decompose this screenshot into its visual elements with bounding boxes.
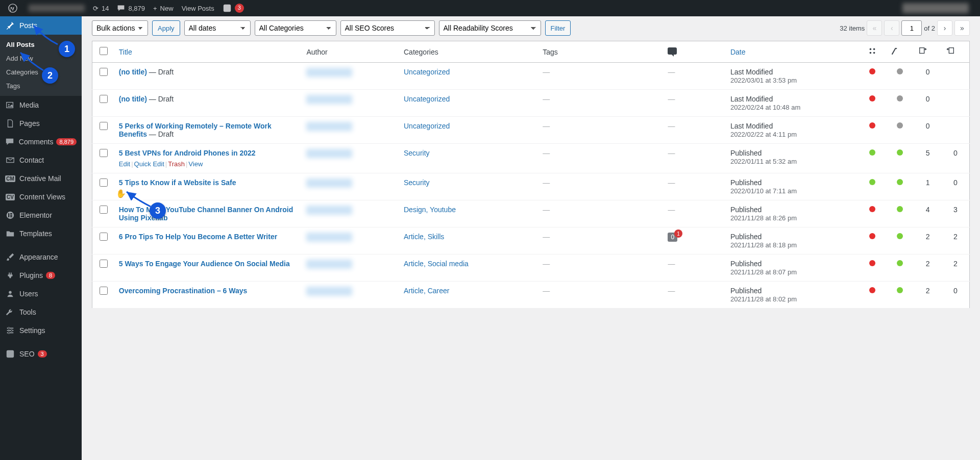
category-link[interactable]: Article, Social media <box>404 260 469 268</box>
submenu-tags[interactable]: Tags <box>0 79 82 93</box>
menu-content-views[interactable]: CVContent Views <box>0 188 82 206</box>
col-internal-links <box>942 41 970 63</box>
menu-users[interactable]: Users <box>0 285 82 303</box>
tags-value: — <box>543 178 550 187</box>
outgoing-links-count: 4 <box>926 206 930 214</box>
post-title-link[interactable]: 5 Best VPNs for Android Phones in 2022 <box>119 149 256 157</box>
menu-elementor[interactable]: Elementor <box>0 206 82 224</box>
prev-page[interactable]: ‹ <box>884 20 899 36</box>
col-comments[interactable] <box>664 41 726 63</box>
pin-icon <box>5 20 15 31</box>
category-link[interactable]: Security <box>404 149 430 157</box>
seo-score-dot <box>869 122 875 129</box>
cv-icon: CV <box>5 192 15 202</box>
filter-readability[interactable]: All Readability Scores <box>439 20 541 36</box>
row-checkbox[interactable] <box>100 149 108 157</box>
col-seo <box>859 41 886 63</box>
table-row: (no title) — DraftUncategorized——Last Mo… <box>92 63 970 90</box>
post-title-link[interactable]: 5 Tips to Know if a Website is Safe <box>119 178 236 187</box>
menu-creative-mail[interactable]: CMCreative Mail <box>0 169 82 188</box>
row-checkbox[interactable] <box>100 178 108 187</box>
table-row: 5 Best VPNs for Android Phones in 2022Ed… <box>92 144 970 173</box>
bulk-actions-select[interactable]: Bulk actions <box>92 20 148 36</box>
date-value: 2022/01/11 at 5:32 am <box>730 158 797 165</box>
filter-seo[interactable]: All SEO Scores <box>340 20 435 36</box>
author-blurred <box>306 287 352 296</box>
quick-edit-link[interactable]: Quick Edit <box>134 160 164 168</box>
category-link[interactable]: Uncategorized <box>404 68 450 76</box>
comments-value: — <box>668 260 675 268</box>
total-pages: of 2 <box>924 24 935 32</box>
category-link[interactable]: Uncategorized <box>404 122 450 130</box>
tags-value: — <box>543 206 550 214</box>
row-checkbox[interactable] <box>100 95 108 103</box>
current-page-input[interactable] <box>901 20 922 36</box>
apply-button[interactable]: Apply <box>152 20 180 36</box>
category-link[interactable]: Article, Skills <box>404 233 444 241</box>
admin-bar: ⟳14 8,879 +New View Posts 3 <box>0 0 980 16</box>
yoast-notifications[interactable]: 3 <box>218 0 248 16</box>
filter-categories[interactable]: All Categories <box>255 20 336 36</box>
internal-links-count: 0 <box>953 287 958 295</box>
annotation-2: 2 <box>42 67 58 84</box>
svg-point-19 <box>873 48 875 50</box>
row-checkbox[interactable] <box>100 68 108 76</box>
row-checkbox[interactable] <box>100 233 108 241</box>
menu-pages[interactable]: Pages <box>0 114 82 133</box>
edit-link[interactable]: Edit <box>119 160 130 168</box>
select-all-checkbox[interactable] <box>100 47 108 55</box>
post-title-link[interactable]: (no title) <box>119 68 147 76</box>
date-value: 2021/11/28 at 8:07 pm <box>730 268 797 276</box>
filter-button[interactable]: Filter <box>545 20 571 36</box>
view-link[interactable]: View <box>188 160 203 168</box>
post-state: — Draft <box>147 68 174 76</box>
last-page[interactable]: » <box>954 20 970 36</box>
category-link[interactable]: Security <box>404 178 430 187</box>
row-checkbox[interactable] <box>100 287 108 295</box>
view-posts[interactable]: View Posts <box>178 0 218 16</box>
user-icon <box>5 289 15 299</box>
category-link[interactable]: Uncategorized <box>404 95 450 103</box>
table-row: (no title) — DraftUncategorized——Last Mo… <box>92 90 970 117</box>
seo-score-dot <box>869 287 875 293</box>
wp-logo[interactable] <box>4 0 24 16</box>
comment-icon <box>5 137 15 147</box>
post-title-link[interactable]: 5 Ways To Engage Your Audience On Social… <box>119 260 290 268</box>
post-state: — Draft <box>147 130 174 138</box>
svg-rect-8 <box>10 215 12 216</box>
category-link[interactable]: Design, Youtube <box>404 206 456 214</box>
annotation-3: 3 <box>150 202 166 219</box>
post-title-link[interactable]: Overcoming Procrastination – 6 Ways <box>119 287 248 295</box>
menu-plugins[interactable]: Plugins8 <box>0 266 82 285</box>
page-icon <box>5 118 15 129</box>
menu-tools[interactable]: Tools <box>0 303 82 319</box>
next-page[interactable]: › <box>937 20 952 36</box>
new-content[interactable]: +New <box>149 0 178 16</box>
col-title[interactable]: Title <box>119 48 132 56</box>
user-account[interactable] <box>898 0 976 16</box>
menu-templates[interactable]: Templates <box>0 224 82 243</box>
site-name[interactable] <box>24 0 89 16</box>
comments-link[interactable]: 8,879 <box>113 0 149 16</box>
col-readability <box>886 41 914 63</box>
col-tags: Tags <box>538 41 664 63</box>
row-checkbox[interactable] <box>100 260 108 268</box>
updates[interactable]: ⟳14 <box>89 0 113 16</box>
trash-link[interactable]: Trash <box>168 160 185 168</box>
date-value: 2022/03/01 at 3:53 pm <box>730 76 797 84</box>
filter-dates[interactable]: All dates <box>184 20 251 36</box>
menu-contact[interactable]: Contact <box>0 151 82 169</box>
menu-appearance[interactable]: Appearance <box>0 248 82 266</box>
first-page[interactable]: « <box>867 20 882 36</box>
post-title-link[interactable]: 5 Perks of Working Remotely – Remote Wor… <box>119 122 272 138</box>
row-checkbox[interactable] <box>100 122 108 130</box>
row-checkbox[interactable] <box>100 206 108 214</box>
date-status: Last Modified <box>730 122 773 130</box>
category-link[interactable]: Article, Career <box>404 287 449 295</box>
post-title-link[interactable]: (no title) <box>119 95 147 103</box>
menu-comments[interactable]: Comments8,879 <box>0 133 82 151</box>
comment-count[interactable]: 01 <box>668 233 677 241</box>
col-date[interactable]: Date <box>730 48 746 56</box>
post-title-link[interactable]: 6 Pro Tips To Help You Become A Better W… <box>119 233 277 241</box>
menu-media[interactable]: Media <box>0 96 82 114</box>
